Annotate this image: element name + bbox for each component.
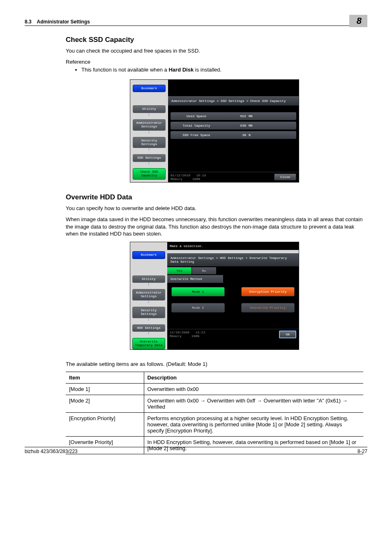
sidebar: Bookmark Utility ↓ Administrator Setting… [130,80,168,182]
overwrite-hdd-screenshot: Bookmark Utility ↓ Administrator Setting… [130,242,299,350]
tab-no[interactable]: No [192,267,217,274]
data-row-used: Used Space 652 MB [171,112,296,120]
breadcrumb: Administrator Settings > SSD Settings > … [168,96,299,106]
body-text: When image data saved in the HDD becomes… [66,216,363,238]
breadcrumb: Administrator Settings > HDD Settings > … [167,253,299,266]
encryption-priority-button[interactable]: Encryption Priority [241,287,295,296]
bullet-list: This function is not available when a Ha… [66,67,363,73]
sidebar: Bookmark Utility ↓ Administrator Setting… [130,242,167,349]
chevron-down-icon: ↓ [148,130,150,134]
table-row: [Mode 1] Overwritten with 0x00 [66,384,363,395]
chevron-down-icon: ↓ [148,331,150,335]
data-row-total: Total Capacity 930 MB [171,122,296,130]
page-header: 8.3 Administrator Settings 8 [25,12,367,26]
ui-footer: 01/12/2010 16:18 Memory 100% Close [168,172,299,182]
mode1-button[interactable]: Mode 1 [171,287,225,296]
bookmark-button[interactable]: Bookmark [132,251,165,259]
sidebar-item-check-ssd[interactable]: Check SSD Capacity [133,168,166,180]
sidebar-item-security[interactable]: Security Settings [132,307,165,318]
table-row: [Encryption Priority] Performs encryptio… [66,413,363,437]
table-header-desc: Description [144,372,363,384]
chevron-down-icon: ↓ [148,161,150,166]
chevron-down-icon: ↓ [148,112,150,117]
ssd-capacity-screenshot: Bookmark Utility ↓ Administrator Setting… [130,79,299,183]
mode2-button[interactable]: Mode 2 [171,303,225,312]
chevron-down-icon: ↓ [148,300,150,304]
tab-yes[interactable]: Yes [167,267,192,274]
page-footer: bizhub 423/363/283/223 8-27 [25,447,367,454]
heading-check-ssd: Check SSD Capacity [66,36,363,44]
footer-model: bizhub 423/363/283/223 [25,449,78,454]
table-header-item: Item [66,372,144,384]
bookmark-button[interactable]: Bookmark [133,85,166,92]
sidebar-item-overwrite[interactable]: Overwrite Temporary Data [132,338,165,349]
overwrite-priority-button[interactable]: Overwrite Priority [241,303,295,312]
bullet-item: This function is not available when a Ha… [81,67,363,73]
yes-no-tabs: Yes No [167,267,299,274]
chevron-down-icon: ↓ [148,282,150,287]
table-intro: The available setting items are as follo… [66,361,363,368]
heading-overwrite-hdd: Overwrite HDD Data [66,193,363,201]
sidebar-item-admin[interactable]: Administrator Settings [133,119,166,131]
sidebar-item-admin[interactable]: Administrator Settings [132,289,165,301]
body-text: You can check the occupied and free spac… [66,47,363,55]
chevron-down-icon: ↓ [148,147,150,152]
chapter-number: 8 [349,15,367,27]
footer-page: 8-27 [357,449,367,454]
ok-button[interactable]: OK [279,331,296,338]
overwrite-method-label: Overwrite Method [167,275,223,283]
body-text: You can specify how to overwrite and del… [66,205,363,212]
ui-footer: 12/29/2009 13:23 Memory 100% OK [167,329,299,340]
sidebar-item-security[interactable]: Security Settings [133,137,166,148]
data-row-free: SSD Free Space 30 % [171,131,296,139]
header-section: 8.3 Administrator Settings [25,19,90,25]
reference-label: Reference [66,59,363,65]
close-button[interactable]: Close [274,173,296,180]
chevron-down-icon: ↓ [148,317,150,322]
instruction-text: Make a selection. [167,242,299,250]
table-row: [Mode 2] Overwritten with 0x00 → Overwri… [66,395,363,413]
settings-table: Item Description [Mode 1] Overwritten wi… [66,372,363,454]
